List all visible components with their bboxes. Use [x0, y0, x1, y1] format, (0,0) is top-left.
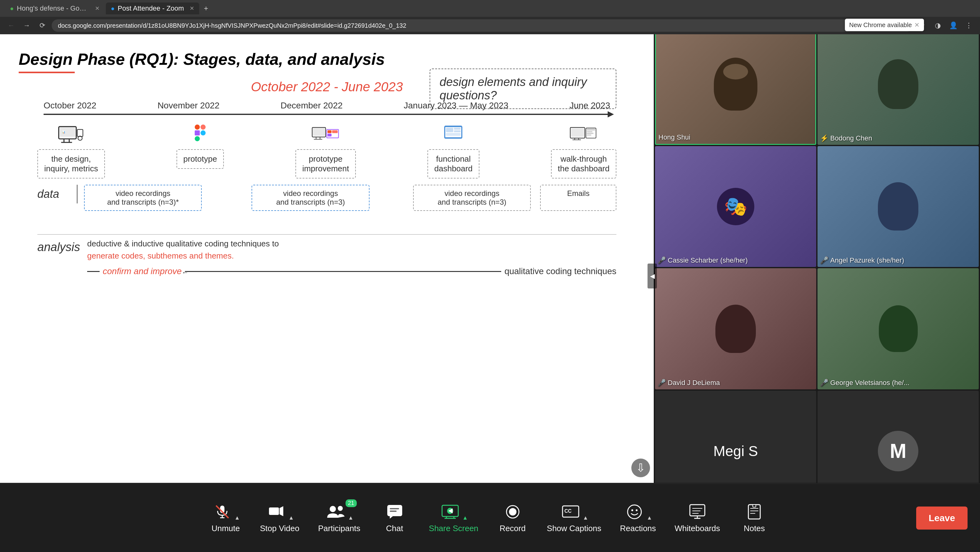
svg-rect-25: [454, 128, 461, 129]
confirm-text: confirm and improve: [103, 266, 182, 276]
data-box-1: video recordingsand transcripts (n=3)*: [84, 185, 202, 211]
svg-text:📊: 📊: [62, 130, 66, 134]
svg-rect-24: [446, 128, 453, 132]
stage-icon-dashboard: [438, 121, 469, 146]
participants-button[interactable]: 21 ▲ Participants: [309, 499, 370, 536]
participants-icon: [325, 503, 347, 521]
reactions-icon-wrap: ▲: [624, 503, 652, 521]
tab-close-1[interactable]: ✕: [95, 5, 100, 12]
notes-icon: [743, 503, 765, 521]
bottom-toolbar: ▲ Unmute ▲ Stop Video: [0, 483, 980, 552]
show-captions-label: Show Captions: [547, 524, 601, 533]
stage-box-3: prototypeimprovement: [296, 149, 356, 179]
participants-label: Participants: [318, 524, 361, 533]
chat-label: Chat: [386, 524, 403, 533]
stage-box-4: functionaldashboard: [428, 149, 479, 179]
participant-video-hong: [656, 25, 815, 144]
participant-video-cassie: 🎭: [655, 146, 816, 267]
data-box-3: video recordingsand transcripts (n=3): [413, 185, 531, 211]
svg-point-11: [200, 131, 205, 136]
stop-video-caret[interactable]: ▲: [288, 515, 294, 521]
analysis-label: analysis: [37, 241, 75, 254]
participant-name-bodong: ⚡ Bodong Chen: [820, 134, 872, 142]
browser-chrome: ● Hong's defense - Google S... ✕ ● Post …: [0, 0, 980, 34]
camera-icon: [265, 503, 287, 521]
svg-marker-43: [280, 506, 283, 516]
participants-caret[interactable]: ▲: [348, 515, 354, 521]
svg-rect-34: [587, 129, 595, 131]
participant-tile-george: 🎤 George Veletsianos (he/...: [818, 268, 979, 389]
tab-zoom[interactable]: ● Post Attendee - Zoom ✕: [106, 3, 199, 14]
show-captions-button[interactable]: CC ▲ Show Captions: [538, 499, 611, 536]
leave-button[interactable]: Leave: [916, 507, 967, 530]
collapse-panel-button[interactable]: ◀: [648, 263, 657, 289]
date-jan-may: January 2023 — May 2023: [404, 101, 508, 110]
share-screen-icon-wrap: ▲: [439, 503, 468, 521]
whiteboards-icon: [686, 503, 708, 521]
participants-panel: ⇧ ◫ View Hong Shui ⚡ Bodong Chen: [654, 0, 980, 483]
date-jun: June 2023: [570, 101, 610, 110]
participant-tile-david: 🎤 David J DeLiema: [655, 268, 816, 389]
share-screen-button[interactable]: ▲ Share Screen: [420, 499, 488, 536]
reactions-caret[interactable]: ▲: [647, 515, 652, 521]
back-button[interactable]: ←: [5, 19, 18, 32]
stage-box-2: prototype: [177, 149, 224, 169]
reactions-button[interactable]: ▲ Reactions: [611, 499, 665, 536]
stage-item-3: prototypeimprovement: [296, 121, 356, 179]
megi-big-name: Megi S: [713, 443, 758, 459]
profile-button[interactable]: 👤: [947, 19, 959, 32]
record-icon: [502, 503, 523, 521]
participant-tile-mohan: M 🎤 Mohan Shang: [818, 391, 979, 483]
chat-button[interactable]: Chat: [370, 499, 420, 536]
svg-point-62: [636, 509, 638, 511]
share-screen-icon: [439, 503, 461, 521]
participant-name-george: 🎤 George Veletsianos (he/...: [820, 379, 909, 387]
svg-point-61: [632, 509, 633, 511]
tab-google-slides[interactable]: ● Hong's defense - Google S... ✕: [5, 3, 105, 14]
whiteboards-button[interactable]: Whiteboards: [665, 499, 729, 536]
participants-count: 21: [345, 499, 357, 507]
refresh-button[interactable]: ⟳: [36, 19, 49, 32]
notes-button[interactable]: Notes: [729, 499, 779, 536]
stop-video-button[interactable]: ▲ Stop Video: [251, 499, 309, 536]
analysis-highlight: generate codes, subthemes and themes.: [87, 251, 234, 260]
svg-rect-36: [587, 133, 593, 134]
qualitative-text: qualitative coding techniques: [504, 266, 616, 276]
data-row-line: [76, 185, 78, 203]
chrome-notification[interactable]: New Chrome available ✕: [845, 19, 924, 31]
svg-rect-37: [587, 134, 591, 136]
chat-icon-wrap: [384, 503, 406, 521]
presentation-area: Design Phase (RQ1): Stages, data, and an…: [0, 34, 654, 483]
scroll-down-button[interactable]: ⇩: [632, 459, 650, 477]
extensions-button[interactable]: ◑: [931, 19, 944, 32]
participant-name-cassie: 🎤 Cassie Scharber (she/her): [657, 256, 748, 265]
slide-title: Design Phase (RQ1): Stages, data, and an…: [19, 50, 635, 69]
unmute-icon-wrap: ▲: [212, 503, 240, 521]
new-tab-button[interactable]: +: [200, 3, 212, 14]
captions-caret[interactable]: ▲: [583, 515, 589, 521]
share-screen-caret[interactable]: ▲: [462, 515, 468, 521]
svg-rect-14: [313, 128, 325, 136]
address-input[interactable]: [52, 19, 913, 32]
svg-rect-73: [753, 505, 756, 507]
tab-close-2[interactable]: ✕: [189, 5, 194, 12]
stage-box-5: walk-throughthe dashboard: [551, 149, 616, 179]
participants-grid: Hong Shui ⚡ Bodong Chen 🎭 🎤 Cassie Schar…: [654, 22, 980, 483]
svg-rect-5: [78, 129, 83, 137]
menu-button[interactable]: ⋮: [963, 19, 975, 32]
svg-rect-8: [194, 124, 200, 129]
svg-rect-63: [690, 505, 705, 516]
unmute-button[interactable]: ▲ Unmute: [201, 499, 251, 536]
svg-point-57: [509, 508, 517, 515]
svg-rect-19: [328, 130, 331, 133]
stop-video-label: Stop Video: [260, 524, 299, 533]
unmute-caret[interactable]: ▲: [234, 515, 240, 521]
timeline-dates: October 2022 November 2022 December 2022…: [19, 101, 635, 110]
record-button[interactable]: Record: [488, 499, 538, 536]
participant-video-george: [818, 268, 979, 389]
connector-lines: [37, 216, 616, 235]
participant-tile-angel: 🎤 Angel Pazurek (she/her): [818, 146, 979, 267]
notification-close[interactable]: ✕: [914, 21, 920, 29]
data-label: data: [37, 188, 73, 201]
forward-button[interactable]: →: [21, 19, 33, 32]
